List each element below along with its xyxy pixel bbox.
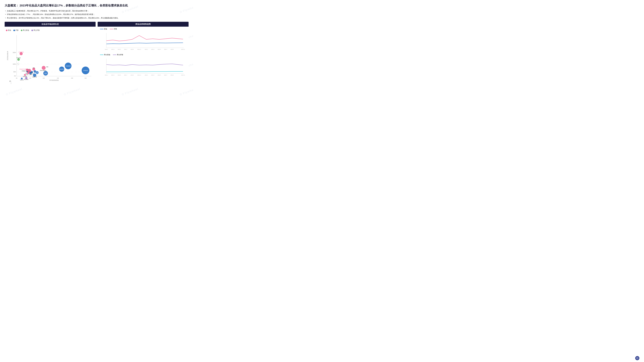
top-legend-hufu: 护肤 [110,28,117,30]
watermark: ⊙ Flywheel [179,87,193,96]
svg-text:2023.3: 2023.3 [151,74,154,76]
charts-row: 化妆品市场品类生态 彩妆 护肤 男士彩妆 男士护肤 [5,22,188,83]
svg-text:2023.5: 2023.5 [158,49,161,50]
svg-text:2022.3: 2022.3 [111,74,114,76]
svg-text:成妆: 成妆 [46,66,48,67]
svg-text:男士彩妆: 男士彩妆 [16,57,20,58]
legend-nan-caizhuang: 男士彩妆 [21,29,29,31]
svg-text:200%: 200% [12,52,16,53]
svg-text:卸妆: 卸妆 [26,74,28,75]
svg-text:定妆: 定妆 [33,67,35,68]
svg-text:2022.1: 2022.1 [105,74,108,76]
svg-text:2022.9: 2022.9 [130,74,134,76]
bottom-legend-nan-caizhuang: 男士彩妆 [100,54,110,56]
page-number: 21 [9,80,11,82]
svg-text:彩妆套装: 彩妆套装 [23,76,27,77]
svg-text:防晒: 防晒 [30,74,32,75]
svg-text:2022.11: 2022.11 [138,49,141,50]
legend-hufu: 护肤 [14,29,18,31]
watermark: ⊙ Flywheel [121,87,139,96]
svg-point-64 [21,78,23,79]
svg-text:彩妆旅行装/体验装: 彩妆旅行装/体验装 [20,69,28,70]
svg-line-66 [17,63,18,64]
bullet-item-1: 化妆品线上大盘整体复苏，同比增长达17%，护肤套装、乳液精华等品类引领大盘生意，… [5,9,188,12]
svg-text:护肤套装: 护肤套装 [83,70,88,71]
svg-text:乳液/面霜: 乳液/面霜 [66,65,71,67]
svg-point-30 [34,70,36,73]
svg-text:2022.7: 2022.7 [124,74,128,76]
svg-text:化妆水/爽肤水: 化妆水/爽肤水 [40,70,46,71]
svg-text:2023.11: 2023.11 [181,74,185,76]
svg-text:2023.1: 2023.1 [145,74,148,76]
svg-point-60 [17,58,20,61]
legend-caizhuang: 彩妆 [6,29,11,31]
watermark: ⊙ Flywheel [63,87,81,96]
left-chart-title: 化妆品市场品类生态 [5,22,96,27]
svg-text:50B: 50B [84,77,86,79]
bullet-item-2: 护肤品类销售占比近8成（77%），同比增长16%；彩妆品类销售占比20%，同比增… [5,13,188,16]
svg-text:2022.9: 2022.9 [130,49,134,50]
svg-text:0%: 0% [14,75,16,77]
left-chart-panel: 化妆品市场品类生态 彩妆 护肤 男士彩妆 男士护肤 [5,22,96,83]
bottom-legend-nan-hufu: 男士护肤 [113,54,123,56]
svg-text:2023.3: 2023.3 [151,49,154,50]
svg-text:2023.7: 2023.7 [164,74,167,76]
top-legend-caizhuang: 彩妆 [100,28,107,30]
bullet-list: 化妆品线上大盘整体复苏，同比增长达17%，护肤套装、乳液精华等品类引领大盘生意，… [5,9,188,19]
svg-line-67 [18,64,19,65]
line-charts-col: 彩妆 护肤 2022.1 2022.3 2022.5 [98,27,188,78]
right-chart-panel: 美妆品类销售趋势 彩妆 护肤 [98,22,188,83]
svg-text:40B: 40B [71,77,73,79]
svg-text:50%: 50% [14,71,16,73]
bubble-chart-area: 2023电商销售额 2023同比增长率 200% 100% 50% 0% 0B [6,32,94,81]
watermark: ⊙ Flywheel [5,87,23,96]
svg-text:2022.7: 2022.7 [124,49,128,50]
svg-text:2023.11: 2023.11 [181,49,185,50]
svg-text:眼部护理: 眼部护理 [32,76,37,78]
svg-text:100%: 100% [12,63,16,65]
svg-text:多功能彩妆: 多功能彩妆 [18,51,24,53]
right-chart-title: 美妆品类销售趋势 [98,22,188,27]
svg-text:2022.3: 2022.3 [111,49,114,50]
svg-text:30B: 30B [57,77,59,79]
svg-text:2023.1: 2023.1 [145,49,148,50]
svg-text:面部精华: 面部精华 [60,69,64,70]
svg-text:2023.7: 2023.7 [164,49,167,50]
svg-text:T区护理: T区护理 [20,79,24,81]
footer-divider: | [11,82,11,84]
svg-text:2023同比增长率: 2023同比增长率 [7,51,8,60]
top-line-chart: 2022.1 2022.3 2022.5 2022.7 2022.9 2022.… [99,32,187,52]
svg-text:面膜: 面膜 [44,73,47,74]
svg-text:2023电商销售额: 2023电商销售额 [49,79,58,81]
bottom-line-chart: 2022.1 2022.3 2022.5 2022.7 2022.9 2022.… [99,57,187,77]
svg-point-48 [29,69,31,71]
svg-text:10B: 10B [29,77,31,79]
legend-nan-hufu: 男士护肤 [32,29,40,31]
svg-text:洁面: 洁面 [36,72,38,73]
svg-text:2022.1: 2022.1 [105,49,108,50]
svg-point-54 [24,74,26,76]
svg-text:2022.5: 2022.5 [118,74,121,76]
svg-point-52 [27,72,29,74]
svg-text:2022.11: 2022.11 [138,74,141,76]
svg-text:2022.5: 2022.5 [118,49,121,50]
svg-text:0B: 0B [16,77,17,79]
svg-text:20B: 20B [43,77,45,79]
left-legend: 彩妆 护肤 男士彩妆 男士护肤 [6,29,94,31]
page-title: 大盘概览： 2023年化妆品大盘同比增长达17%，多数细分品类处于正增长，各类彩… [5,3,188,7]
svg-text:男士护肤: 男士护肤 [24,79,28,80]
svg-point-40 [42,66,46,70]
bullet-item-3: 男士需求变化：其中男士护肤销售占比2.5%，同比下降13%，基础洁面需求下降明显… [5,16,188,19]
svg-text:2023.5: 2023.5 [158,74,161,76]
svg-text:2023.9: 2023.9 [170,74,174,76]
left-chart-body: 彩妆 护肤 男士彩妆 男士护肤 2023电商销售额 2023 [5,27,96,83]
svg-text:2023.9: 2023.9 [170,49,174,50]
